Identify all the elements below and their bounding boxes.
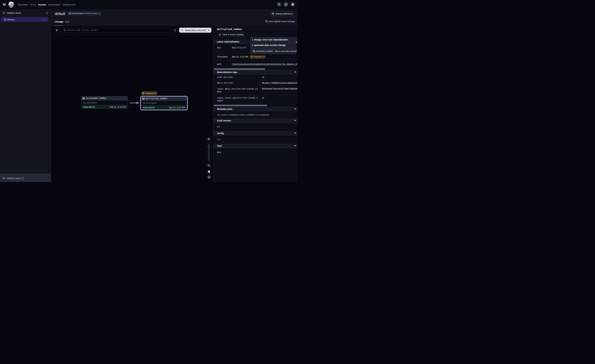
svg-text:?: ? [285,3,287,6]
